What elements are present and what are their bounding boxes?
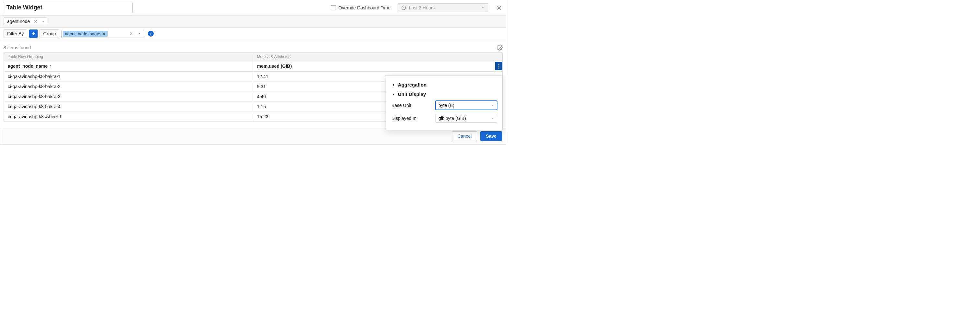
section-header-grouping: Table Row Grouping xyxy=(4,53,253,60)
cancel-button[interactable]: Cancel xyxy=(452,131,477,141)
section-header-metrics: Metrics & Attributes xyxy=(253,53,503,60)
chevron-down-icon[interactable] xyxy=(41,20,45,23)
group-tag-label: agent_node_name xyxy=(65,32,100,36)
override-checkbox[interactable] xyxy=(331,5,336,10)
chevron-down-icon[interactable] xyxy=(137,32,142,35)
base-unit-select[interactable]: byte (B) xyxy=(436,101,497,110)
svg-point-3 xyxy=(498,65,499,67)
column-header-value-label: mem.used (GiB) xyxy=(257,64,292,69)
time-range-picker: Last 3 Hours xyxy=(398,3,488,12)
sort-ascending-icon: ↑ xyxy=(49,64,52,69)
override-label: Override Dashboard Time xyxy=(339,5,390,10)
column-options-button[interactable] xyxy=(495,62,502,70)
base-unit-label: Base Unit xyxy=(391,103,411,108)
items-found-count: 8 items found xyxy=(3,45,31,50)
displayed-in-select[interactable]: gibibyte (GiB) xyxy=(436,114,497,123)
source-label: agent.node xyxy=(7,19,30,24)
base-unit-value: byte (B) xyxy=(438,103,454,108)
save-button[interactable]: Save xyxy=(480,131,502,141)
column-header-name-label: agent_node_name xyxy=(8,64,48,69)
row-name-cell: ci-qa-avinashp-k8-bakra-1 xyxy=(4,71,253,81)
displayed-in-value: gibibyte (GiB) xyxy=(438,116,466,121)
add-filter-button[interactable]: + xyxy=(29,30,38,38)
aggregation-section[interactable]: Aggregation xyxy=(391,80,497,89)
chevron-down-icon xyxy=(491,104,494,107)
widget-title-input[interactable] xyxy=(3,2,133,13)
time-range-label: Last 3 Hours xyxy=(409,5,434,10)
chevron-right-icon xyxy=(391,83,395,87)
unit-display-section[interactable]: Unit Display xyxy=(391,89,497,99)
gear-icon[interactable] xyxy=(497,45,503,51)
aggregation-label: Aggregation xyxy=(398,82,426,87)
chevron-down-icon xyxy=(491,117,494,120)
clear-icon[interactable]: ✕ xyxy=(128,31,135,36)
chevron-down-icon xyxy=(391,92,395,96)
unit-display-label: Unit Display xyxy=(398,91,426,97)
row-name-cell: ci-qa-avinashp-k8-bakra-3 xyxy=(4,92,253,102)
displayed-in-label: Displayed In xyxy=(391,116,417,121)
clear-icon[interactable]: ✕ xyxy=(33,19,38,24)
chevron-down-icon xyxy=(481,6,485,10)
remove-tag-icon[interactable]: ✕ xyxy=(102,32,106,36)
column-header-name[interactable]: agent_node_name ↑ xyxy=(4,61,253,71)
row-name-cell: ci-qa-avinashp-k8-bakra-2 xyxy=(4,82,253,91)
row-name-cell: ci-qa-avinashp-k8swheel-1 xyxy=(4,112,253,121)
close-icon[interactable] xyxy=(495,3,503,12)
group-tag-chip[interactable]: agent_node_name ✕ xyxy=(63,31,107,37)
column-header-value[interactable]: mem.used (GiB) xyxy=(253,61,503,71)
clock-icon xyxy=(401,5,406,10)
group-by-input[interactable]: agent_node_name ✕ ✕ xyxy=(61,30,144,38)
column-options-popover: Aggregation Unit Display Base Unit byte … xyxy=(386,75,503,130)
info-icon[interactable]: i xyxy=(148,31,154,37)
row-name-cell: ci-qa-avinashp-k8-bakra-4 xyxy=(4,102,253,111)
svg-point-4 xyxy=(498,67,499,68)
filter-by-label: Filter By xyxy=(3,30,27,38)
svg-point-1 xyxy=(499,47,501,49)
group-label: Group xyxy=(40,30,59,38)
source-pill[interactable]: agent.node ✕ xyxy=(3,17,47,25)
override-dashboard-time-checkbox[interactable]: Override Dashboard Time xyxy=(331,5,390,10)
svg-point-2 xyxy=(498,64,499,65)
